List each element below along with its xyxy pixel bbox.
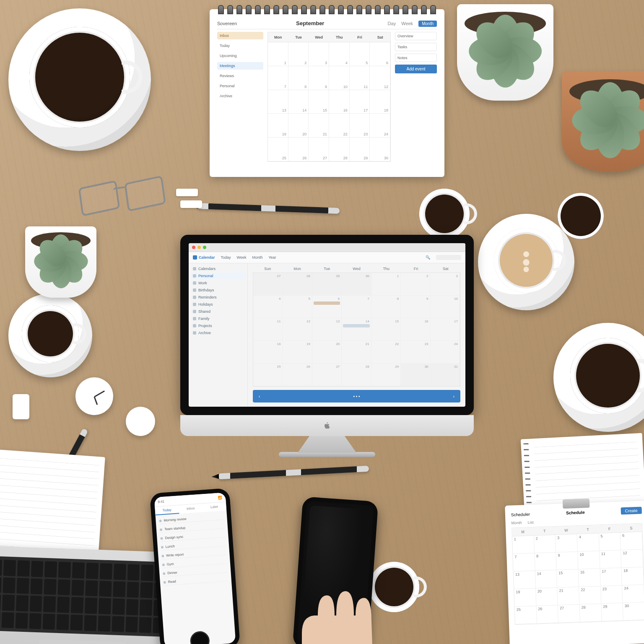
key[interactable] xyxy=(85,597,97,613)
calendar-cell[interactable]: 12 xyxy=(283,318,312,341)
calendar-cell[interactable]: 28 xyxy=(283,273,312,296)
toolbar-year[interactable]: Year xyxy=(268,255,276,260)
calendar-cell[interactable]: 16 xyxy=(401,318,430,341)
imac-screen[interactable]: Calendar Today Week Month Year 🔍 Calenda… xyxy=(180,235,474,415)
key[interactable] xyxy=(0,577,2,593)
key[interactable] xyxy=(3,577,15,593)
key[interactable] xyxy=(113,564,126,579)
trackpad[interactable] xyxy=(38,639,126,644)
key[interactable] xyxy=(113,581,125,597)
toolbar-week[interactable]: Week xyxy=(237,255,247,260)
key[interactable] xyxy=(57,614,69,630)
key[interactable] xyxy=(84,615,96,631)
sidebar-item[interactable]: Shared xyxy=(193,309,243,314)
calendar-cell[interactable]: 15 xyxy=(371,318,401,341)
sidebar-item[interactable]: Reminders xyxy=(193,295,243,299)
calendar-cell[interactable]: 22 xyxy=(371,341,401,364)
key[interactable] xyxy=(2,595,15,610)
key[interactable] xyxy=(43,613,55,629)
key[interactable] xyxy=(30,578,43,594)
calendar-cell[interactable]: 2 xyxy=(401,273,430,296)
key[interactable] xyxy=(0,594,1,610)
key[interactable] xyxy=(72,579,84,595)
minimize-icon[interactable] xyxy=(197,246,201,249)
key[interactable] xyxy=(16,578,29,594)
calendar-cell[interactable]: 21 xyxy=(342,341,371,364)
toolbar-month[interactable]: Month xyxy=(252,255,262,260)
key[interactable] xyxy=(112,598,125,614)
calendar-cell[interactable]: 30 xyxy=(342,273,371,296)
sidebar-item[interactable]: Calendars xyxy=(193,267,243,271)
key[interactable] xyxy=(85,580,98,596)
key[interactable] xyxy=(139,617,152,633)
key[interactable] xyxy=(99,598,111,614)
calendar-cell[interactable]: 31 xyxy=(431,364,460,386)
key[interactable] xyxy=(141,565,153,581)
key[interactable] xyxy=(1,612,14,628)
agenda-list[interactable]: Morning reviewTeam standupDesign syncLun… xyxy=(156,510,236,644)
sidebar-item[interactable]: Work xyxy=(193,281,243,285)
calendar-cell[interactable]: 17 xyxy=(431,318,460,341)
calendar-cell[interactable]: 27 xyxy=(312,364,342,386)
iphone-agenda[interactable]: 9:41 📶 Today Inbox Later Morning reviewT… xyxy=(150,488,240,644)
key[interactable] xyxy=(99,581,112,597)
key[interactable] xyxy=(43,596,56,612)
key[interactable] xyxy=(126,599,138,615)
iphone-blank[interactable] xyxy=(293,496,379,644)
key[interactable] xyxy=(58,579,70,595)
key[interactable] xyxy=(16,595,29,611)
calendar-cell[interactable]: 20 xyxy=(312,341,342,364)
sidebar-item[interactable]: Family xyxy=(193,317,243,321)
sidebar-item[interactable]: Archive xyxy=(193,331,243,335)
search-input[interactable] xyxy=(436,255,461,260)
calendar-cell[interactable]: 18 xyxy=(253,341,283,364)
calendar-cell[interactable]: 28 xyxy=(342,364,371,386)
key[interactable] xyxy=(15,613,28,628)
calendar-cell[interactable]: 7 xyxy=(342,296,371,318)
key[interactable] xyxy=(140,600,152,615)
key[interactable] xyxy=(30,596,42,612)
key[interactable] xyxy=(140,582,153,598)
key[interactable] xyxy=(44,579,57,595)
key[interactable] xyxy=(58,562,71,578)
key[interactable] xyxy=(0,559,2,575)
key[interactable] xyxy=(98,615,110,631)
calendar-cell[interactable]: 10 xyxy=(431,296,460,318)
calendar-cell[interactable]: 30 xyxy=(401,364,430,386)
key[interactable] xyxy=(72,562,85,578)
calendar-cell[interactable]: 5 xyxy=(283,296,312,318)
key[interactable] xyxy=(112,616,124,632)
key[interactable] xyxy=(127,564,140,580)
key[interactable] xyxy=(125,616,138,632)
toolbar-today[interactable]: Today xyxy=(221,255,231,260)
sidebar-item[interactable]: Personal xyxy=(190,273,246,279)
key[interactable] xyxy=(44,561,57,577)
key[interactable] xyxy=(0,612,0,628)
calendar-cell[interactable]: 26 xyxy=(283,364,312,386)
calendar-cell[interactable]: 27 xyxy=(253,273,283,296)
search-icon[interactable]: 🔍 xyxy=(426,255,430,260)
key[interactable] xyxy=(17,560,30,576)
zoom-icon[interactable] xyxy=(203,246,206,249)
key[interactable] xyxy=(71,597,83,613)
calendar-cell[interactable]: 1 xyxy=(371,273,401,296)
calendar-cell[interactable]: 13 xyxy=(312,318,342,341)
calendar-cell[interactable]: 29 xyxy=(312,273,342,296)
calendar-cell[interactable]: 8 xyxy=(371,296,401,318)
sidebar-item[interactable]: Holidays xyxy=(193,302,243,306)
calendar-cell[interactable]: 25 xyxy=(253,364,283,386)
next-month-button[interactable]: › xyxy=(453,394,454,399)
calendar-cell[interactable]: 29 xyxy=(371,364,401,386)
key[interactable] xyxy=(29,613,42,629)
calendar-cell[interactable]: 24 xyxy=(431,341,460,364)
key[interactable] xyxy=(127,582,139,597)
calendar-cell[interactable]: 19 xyxy=(283,341,312,364)
calendar-cell[interactable]: 14 xyxy=(342,318,371,341)
key[interactable] xyxy=(3,560,16,576)
prev-month-button[interactable]: ‹ xyxy=(259,394,260,399)
key[interactable] xyxy=(100,563,112,579)
calendar-cell[interactable]: 4 xyxy=(253,296,283,318)
calendar-cell[interactable]: 11 xyxy=(253,318,283,341)
sidebar-item[interactable]: Birthdays xyxy=(193,288,243,292)
key[interactable] xyxy=(57,597,70,613)
